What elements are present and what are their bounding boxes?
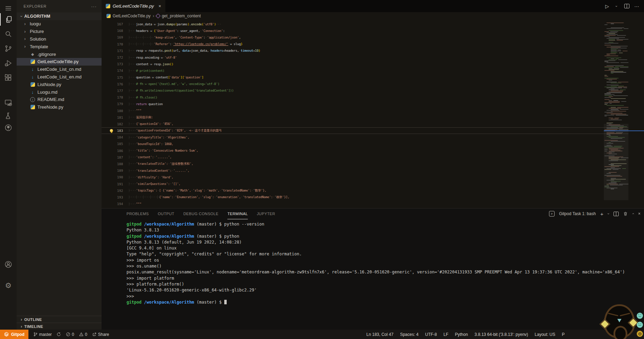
- file-row[interactable]: ◆.gitignore: [17, 50, 102, 58]
- panel-tab-output[interactable]: OUTPUT: [158, 209, 174, 219]
- status-item[interactable]: Spaces: 4: [400, 332, 418, 337]
- file-row[interactable]: ↓LeetCode_List_en.md: [17, 73, 102, 81]
- remote-explorer-icon[interactable]: [0, 96, 17, 109]
- status-item[interactable]: UTF-8: [425, 332, 437, 337]
- file-tree: ›luogu›Picture›Solution›Template◆.gitign…: [17, 20, 102, 111]
- workspace-root-label: ALGORITHM: [24, 14, 50, 19]
- chevron-right-icon: ›: [22, 22, 28, 26]
- folder-row[interactable]: ›Solution: [17, 35, 102, 43]
- terminal-line: 'Linux-5.16.20-051620-generic-x86_64-wit…: [127, 287, 642, 293]
- status-item[interactable]: LF: [444, 332, 449, 337]
- panel-tab-debug-console[interactable]: DEBUG CONSOLE: [183, 209, 218, 219]
- file-row[interactable]: TreeNode.py: [17, 103, 102, 111]
- run-button[interactable]: ▷: [605, 3, 609, 9]
- code-line: 180····""": [102, 107, 628, 114]
- code-line: 176····#·fh·=·open('{test}.md',·'w',·enc…: [102, 81, 628, 87]
- vscode-window: ⚙ EXPLORER ··· › ALGORITHM ›luogu›Pictur…: [0, 0, 644, 339]
- gitpod-remote-indicator[interactable]: Gitpod: [0, 330, 28, 339]
- minimap-viewport[interactable]: [604, 124, 628, 200]
- outline-section[interactable]: › OUTLINE: [17, 316, 102, 323]
- terminal-line: gitpod /workspace/Algorithm (master) $ p…: [127, 221, 642, 227]
- status-item[interactable]: 3.8.13 64-bit ('3.8.13': pyenv): [475, 332, 528, 337]
- widget-gear-icon[interactable]: ⚙: [637, 331, 643, 337]
- github-icon[interactable]: [0, 121, 17, 134]
- terminal-cursor: [224, 300, 227, 304]
- code-line: 184····'categoryTitle':·'Algorithms',: [102, 134, 628, 141]
- more-actions-icon[interactable]: ···: [634, 3, 639, 9]
- new-terminal-icon[interactable]: +: [600, 211, 603, 217]
- code-line: 183····'questionFrontendId':·'829',··<-·…: [102, 127, 628, 134]
- git-icon: ◆: [30, 52, 35, 57]
- feedback-smiley-icon[interactable]: [637, 313, 643, 319]
- timeline-section[interactable]: › TIMELINE: [17, 323, 102, 330]
- terminal-title[interactable]: Gitpod Task 1: bash: [559, 211, 596, 216]
- panel-tab-terminal[interactable]: TERMINAL: [227, 209, 248, 219]
- beaker-icon[interactable]: [0, 110, 17, 122]
- code-editor[interactable]: 167····json_data·=·json.dumps(params).en…: [102, 20, 644, 208]
- menu-icon[interactable]: [0, 2, 17, 15]
- terminal-icon: >: [549, 211, 555, 217]
- panel-tab-problems[interactable]: PROBLEMS: [127, 209, 149, 219]
- trash-icon[interactable]: [623, 211, 628, 216]
- lightbulb-icon[interactable]: [110, 129, 113, 132]
- close-panel-icon[interactable]: ×: [638, 211, 641, 216]
- overview-ruler-current-line: [604, 130, 644, 131]
- file-row[interactable]: GetLeetCodeTitle.py: [17, 58, 102, 66]
- terminal-line: posix.uname_result(sysname='Linux', node…: [127, 269, 642, 275]
- code-line: 188····'translatedTitle':·'连续整数求和',: [102, 161, 628, 167]
- tab-getleetcodetitle[interactable]: GetLeetCodeTitle.py ×: [102, 0, 165, 12]
- panel-tab-jupyter[interactable]: JUPYTER: [257, 209, 275, 219]
- files-icon[interactable]: [0, 13, 17, 26]
- terminal-dropdown-icon[interactable]: ›: [606, 213, 610, 214]
- extensions-icon[interactable]: [0, 71, 17, 84]
- code-line: 191····'similarQuestions':·'[]',: [102, 181, 628, 187]
- editor-tab-strip: GetLeetCodeTitle.py × ▷ › ···: [102, 0, 644, 12]
- search-icon[interactable]: [0, 28, 17, 40]
- gear-icon[interactable]: ⚙: [0, 279, 17, 291]
- split-terminal-icon[interactable]: [613, 212, 619, 216]
- info-icon: i: [30, 97, 35, 102]
- tree-root-algorithm[interactable]: › ALGORITHM: [17, 12, 102, 20]
- folder-row[interactable]: ›Picture: [17, 28, 102, 35]
- breadcrumb-file[interactable]: GetLeetCodeTitle.py: [113, 14, 151, 18]
- markdown-icon: ↓: [30, 67, 35, 72]
- file-row[interactable]: ↓LeetCode_List_cn.md: [17, 66, 102, 73]
- file-label: README.md: [37, 97, 64, 102]
- breadcrumb-symbol[interactable]: get_problem_content: [162, 14, 201, 18]
- folder-row[interactable]: ›luogu: [17, 20, 102, 28]
- file-row[interactable]: ↓Luogu.md: [17, 88, 102, 96]
- close-icon[interactable]: ×: [158, 3, 161, 9]
- code-line: 167····json_data·=·json.dumps(params).en…: [102, 21, 628, 27]
- status-item[interactable]: 809: [618, 332, 625, 337]
- status-item-0[interactable]: 0: [66, 332, 74, 337]
- more-actions-icon[interactable]: ···: [91, 4, 97, 9]
- file-row[interactable]: ListNode.py: [17, 80, 102, 88]
- maximize-panel-icon[interactable]: ›: [631, 213, 635, 214]
- file-label: GetLeetCodeTitle.py: [37, 59, 79, 64]
- terminal-output[interactable]: gitpod /workspace/Algorithm (master) $ p…: [127, 219, 642, 330]
- split-editor-icon[interactable]: [624, 4, 629, 8]
- status-item-sync-icon[interactable]: [56, 332, 61, 337]
- status-item[interactable]: Python: [455, 332, 468, 337]
- debug-icon[interactable]: [0, 57, 17, 69]
- status-item-master[interactable]: master: [33, 332, 52, 337]
- code-lines: 167····json_data·=·json.dumps(params).en…: [102, 20, 628, 208]
- terminal-line: Python 3.8.13 (default, Jun 19 2022, 14:…: [127, 239, 642, 245]
- status-item[interactable]: Ln 183, Col 47: [366, 332, 393, 337]
- status-item[interactable]: Layout: US: [535, 332, 555, 337]
- code-line: 190····'difficulty':·'Hard',: [102, 174, 628, 180]
- account-icon[interactable]: [0, 258, 17, 271]
- file-label: Picture: [30, 29, 44, 34]
- source-control-icon[interactable]: [0, 42, 17, 55]
- folder-row[interactable]: ›Template: [17, 43, 102, 50]
- file-label: .gitignore: [37, 52, 56, 57]
- file-label: luogu: [30, 21, 41, 26]
- file-row[interactable]: iREADME.md: [17, 96, 102, 103]
- run-dropdown-icon[interactable]: ›: [615, 3, 619, 9]
- feedback-neutral-icon[interactable]: [637, 322, 643, 328]
- code-line: 179····return·question: [102, 101, 628, 107]
- status-item-0[interactable]: 0: [79, 332, 87, 337]
- status-item-Share[interactable]: Share: [92, 332, 109, 337]
- status-item[interactable]: P: [562, 332, 565, 337]
- editor-area: GetLeetCodeTitle.py × ▷ › ··· GetLeetCod…: [102, 0, 644, 330]
